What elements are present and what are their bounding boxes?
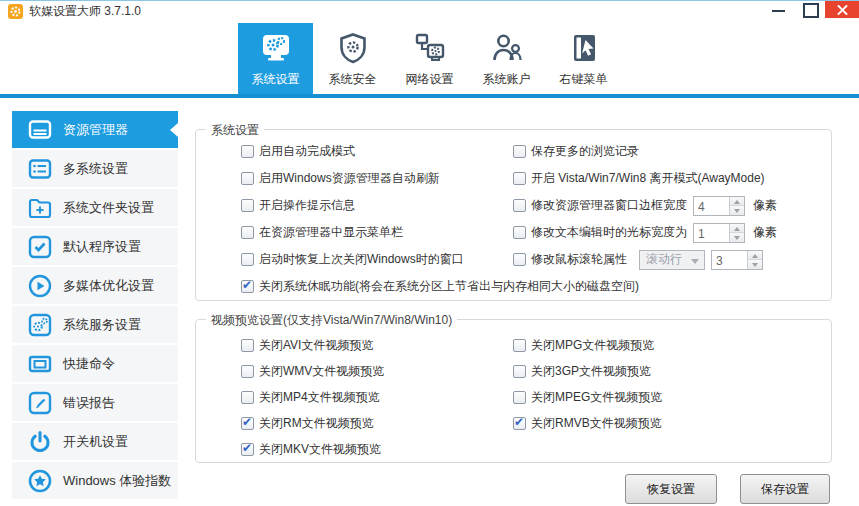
- tab-label: 网络设置: [406, 71, 454, 88]
- power-icon: [27, 429, 53, 455]
- spinner-down-icon[interactable]: [730, 233, 744, 242]
- checkbox-row-disable-hibernate[interactable]: 关闭系统休眠功能(将会在系统分区上节省出与内存相同大小的磁盘空间): [241, 273, 639, 300]
- app-logo-icon: [8, 4, 23, 19]
- sidebar-item-system-services[interactable]: 系统服务设置: [12, 306, 178, 343]
- checkbox-row-mpeg[interactable]: 关闭MPEG文件视频预览: [513, 384, 662, 410]
- wheel-lines-spinner[interactable]: 3: [711, 250, 763, 270]
- checkbox[interactable]: [241, 145, 254, 158]
- sidebar-item-power[interactable]: 开关机设置: [12, 423, 178, 460]
- mouse-wheel-mode-dropdown[interactable]: 滚动行: [639, 250, 705, 270]
- checkbox-label: 开启 Vista/Win7/Win8 离开模式(AwayMode): [531, 170, 765, 187]
- tab-system-security[interactable]: 系统安全: [315, 23, 390, 94]
- window-controls: [763, 1, 859, 18]
- checkbox-row-mkv[interactable]: 关闭MKV文件视频预览: [241, 436, 384, 462]
- title-bar: 软媒设置大师 3.7.1.0: [0, 1, 859, 23]
- close-button[interactable]: [825, 1, 859, 18]
- sidebar-item-multimedia[interactable]: 多媒体优化设置: [12, 267, 178, 304]
- minimize-button[interactable]: [763, 1, 794, 18]
- checkbox[interactable]: [241, 365, 254, 378]
- tab-system-accounts[interactable]: 系统账户: [469, 23, 544, 94]
- checkbox[interactable]: [241, 391, 254, 404]
- checkbox[interactable]: [513, 199, 526, 212]
- checkbox[interactable]: [513, 145, 526, 158]
- checkbox-row-mp4[interactable]: 关闭MP4文件视频预览: [241, 384, 384, 410]
- checkbox-row-border-width[interactable]: 修改资源管理器窗口边框宽度 4 像素: [513, 192, 777, 219]
- sidebar-item-explorer[interactable]: 资源管理器: [12, 111, 178, 148]
- checkbox[interactable]: [513, 339, 526, 352]
- spinner-up-icon[interactable]: [748, 251, 762, 261]
- app-window: 软媒设置大师 3.7.1.0 系统设置 系统安全 网络设置: [0, 0, 859, 506]
- checkbox[interactable]: [241, 443, 254, 456]
- multi-system-icon: [27, 156, 53, 182]
- spinner-buttons[interactable]: [729, 197, 744, 215]
- sidebar-item-label: 开关机设置: [63, 433, 128, 451]
- checkbox-row-avi[interactable]: 关闭AVI文件视频预览: [241, 332, 384, 358]
- group-title: 视频预览设置(仅支持Vista/Win7/Win8/Win10): [206, 312, 457, 329]
- spinner-buttons[interactable]: [729, 224, 744, 242]
- checkbox-label: 关闭3GP文件视频预览: [531, 363, 651, 380]
- checkbox-row-3gp[interactable]: 关闭3GP文件视频预览: [513, 358, 662, 384]
- checkbox[interactable]: [241, 253, 254, 266]
- tab-label: 右键菜单: [560, 71, 608, 88]
- border-width-spinner[interactable]: 4: [693, 196, 745, 216]
- system-accounts-icon: [487, 28, 527, 68]
- checkbox[interactable]: [513, 417, 526, 430]
- checkbox[interactable]: [241, 172, 254, 185]
- checkbox[interactable]: [513, 391, 526, 404]
- checkbox[interactable]: [241, 199, 254, 212]
- tab-context-menu[interactable]: 右键菜单: [546, 23, 621, 94]
- video-preview-group: 视频预览设置(仅支持Vista/Win7/Win8/Win10) 关闭AVI文件…: [195, 319, 832, 463]
- checkbox[interactable]: [241, 417, 254, 430]
- settings-panel: 系统设置 启用自动完成模式 启用Windows资源管理器自动刷新 开启操作提示信…: [185, 98, 859, 506]
- tab-system-settings[interactable]: 系统设置: [238, 23, 313, 94]
- checkbox-row-rmvb[interactable]: 关闭RMVB文件视频预览: [513, 410, 662, 436]
- checkbox-label: 在资源管理器中显示菜单栏: [259, 224, 403, 241]
- chevron-down-icon: [688, 251, 704, 269]
- sidebar-item-default-programs[interactable]: 默认程序设置: [12, 228, 178, 265]
- checkbox-label: 启用自动完成模式: [259, 143, 355, 160]
- checkbox[interactable]: [513, 253, 526, 266]
- checkbox[interactable]: [241, 280, 254, 293]
- checkbox-row-rm[interactable]: 关闭RM文件视频预览: [241, 410, 384, 436]
- spinner-up-icon[interactable]: [730, 197, 744, 207]
- checkbox-row-mpg[interactable]: 关闭MPG文件视频预览: [513, 332, 662, 358]
- spinner-down-icon[interactable]: [748, 260, 762, 269]
- sidebar-item-label: 快捷命令: [63, 355, 115, 373]
- checkbox[interactable]: [241, 226, 254, 239]
- sidebar-item-error-report[interactable]: 错误报告: [12, 384, 178, 421]
- checkbox-row-browse-history[interactable]: 保存更多的浏览记录: [513, 138, 777, 165]
- context-menu-icon: [564, 28, 604, 68]
- checkbox-row-mouse-wheel[interactable]: 修改鼠标滚轮属性 滚动行 3: [513, 246, 777, 273]
- sidebar-item-label: 错误报告: [63, 394, 115, 412]
- checkbox-row-awaymode[interactable]: 开启 Vista/Win7/Win8 离开模式(AwayMode): [513, 165, 777, 192]
- unit-label: 像素: [753, 197, 777, 214]
- caret-width-spinner[interactable]: 1: [693, 223, 745, 243]
- sidebar-item-experience-index[interactable]: Windows 体验指数: [12, 462, 178, 499]
- save-settings-button[interactable]: 保存设置: [740, 474, 830, 504]
- unit-label: 像素: [753, 224, 777, 241]
- system-settings-group: 系统设置 启用自动完成模式 启用Windows资源管理器自动刷新 开启操作提示信…: [195, 129, 832, 301]
- error-report-icon: [27, 390, 53, 416]
- network-settings-icon: [410, 28, 450, 68]
- tab-network-settings[interactable]: 网络设置: [392, 23, 467, 94]
- checkbox[interactable]: [241, 339, 254, 352]
- spinner-down-icon[interactable]: [730, 206, 744, 215]
- dropdown-value: 滚动行: [640, 251, 688, 268]
- spinner-buttons[interactable]: [747, 251, 762, 269]
- checkbox-row-wmv[interactable]: 关闭WMV文件视频预览: [241, 358, 384, 384]
- spinner-up-icon[interactable]: [730, 224, 744, 234]
- maximize-button[interactable]: [794, 1, 825, 18]
- checkbox[interactable]: [513, 365, 526, 378]
- sidebar-item-quick-commands[interactable]: 快捷命令: [12, 345, 178, 382]
- checkbox-label: 关闭MPEG文件视频预览: [531, 389, 662, 406]
- restore-settings-button[interactable]: 恢复设置: [625, 474, 717, 504]
- checkbox[interactable]: [513, 172, 526, 185]
- sidebar-item-system-folders[interactable]: 系统文件夹设置: [12, 189, 178, 226]
- checkbox-label: 修改鼠标滚轮属性: [531, 251, 627, 268]
- checkbox[interactable]: [513, 226, 526, 239]
- video-right-column: 关闭MPG文件视频预览 关闭3GP文件视频预览 关闭MPEG文件视频预览 关闭R…: [513, 332, 662, 436]
- spinner-value: 4: [694, 197, 729, 215]
- main-toolbar: 系统设置 系统安全 网络设置 系统账户 右键菜单: [0, 23, 859, 94]
- sidebar-item-multi-system[interactable]: 多系统设置: [12, 150, 178, 187]
- checkbox-row-caret-width[interactable]: 修改文本编辑时的光标宽度为 1 像素: [513, 219, 777, 246]
